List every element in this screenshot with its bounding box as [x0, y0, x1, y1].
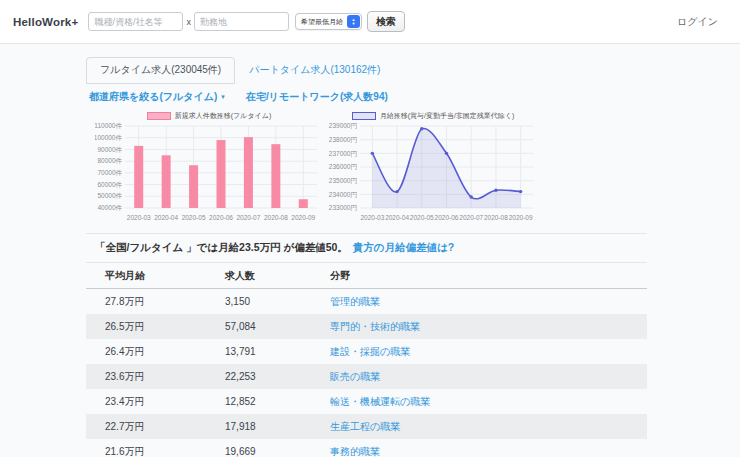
main-content: フルタイム求人(230045件) パートタイム求人(130162件) 都道府県を…: [86, 57, 647, 457]
line-legend-swatch-icon: [352, 112, 376, 120]
app-logo[interactable]: HelloWork+: [13, 16, 78, 28]
tab-parttime[interactable]: パートタイム求人(130162件): [249, 63, 380, 84]
job-count-cell: 13,791: [225, 346, 330, 357]
svg-text:2020-04: 2020-04: [385, 214, 409, 221]
category-cell: 専門的・技術的職業: [330, 320, 647, 334]
svg-text:2020-09: 2020-09: [509, 214, 533, 221]
table-header-cell: 求人数: [225, 269, 330, 283]
jobs-table: 平均月給求人数分野27.8万円3,150管理的職業26.5万円57,084専門的…: [86, 263, 647, 457]
svg-text:237000円: 237000円: [329, 150, 357, 157]
prefecture-filter-link[interactable]: 都道府県を絞る(フルタイム) ▼: [89, 90, 226, 104]
svg-text:40000件: 40000件: [97, 204, 122, 211]
svg-text:90000件: 90000件: [97, 146, 122, 153]
svg-text:2020-05: 2020-05: [410, 214, 434, 221]
category-cell: 生産工程の職業: [330, 420, 647, 434]
avg-salary-cell: 21.6万円: [86, 445, 225, 457]
location-input[interactable]: [194, 12, 289, 31]
job-count-cell: 57,084: [225, 321, 330, 332]
svg-text:60000件: 60000件: [97, 181, 122, 188]
job-count-cell: 22,253: [225, 371, 330, 382]
svg-text:2020-07: 2020-07: [236, 214, 260, 221]
svg-text:238000円: 238000円: [329, 136, 357, 143]
top-bar: HelloWork+ x 希望最低月給 ▲▼ 検索 ログイン: [0, 0, 740, 44]
line-chart-block: 月給推移(賞与/変動手当/非固定残業代除く) 233000円234000円235…: [326, 110, 540, 223]
job-count-cell: 19,669: [225, 446, 330, 457]
category-link[interactable]: 事務的職業: [330, 446, 380, 457]
svg-text:2020-04: 2020-04: [154, 214, 178, 221]
remote-filter-link[interactable]: 在宅/リモートワーク(求人数94): [246, 90, 388, 104]
deviation-text: 「全国/フルタイム 」では月給23.5万円 が偏差値50。: [95, 241, 348, 253]
tab-fulltime[interactable]: フルタイム求人(230045件): [86, 57, 235, 84]
line-chart-title: 月給推移(賞与/変動手当/非固定残業代除く): [380, 111, 515, 121]
avg-salary-cell: 23.6万円: [86, 370, 225, 384]
avg-salary-cell: 23.4万円: [86, 395, 225, 409]
bar-chart-title: 新規求人件数推移(フルタイム): [175, 111, 271, 121]
svg-text:239000円: 239000円: [329, 122, 357, 129]
category-link[interactable]: 専門的・技術的職業: [330, 321, 420, 332]
salary-trend-line-chart: 233000円234000円235000円236000円237000円23800…: [326, 121, 540, 223]
table-header-cell: 平均月給: [86, 269, 225, 283]
table-row: 26.4万円13,791建設・採掘の職業: [86, 339, 647, 364]
bar-chart-block: 新規求人件数推移(フルタイム) 40000件50000件60000件70000件…: [95, 110, 323, 223]
svg-text:235000円: 235000円: [329, 177, 357, 184]
table-row: 22.7万円17,918生産工程の職業: [86, 414, 647, 439]
svg-text:2020-07: 2020-07: [459, 214, 483, 221]
bar-chart-legend: 新規求人件数推移(フルタイム): [147, 110, 271, 121]
avg-salary-cell: 27.8万円: [86, 295, 225, 309]
svg-text:2020-06: 2020-06: [209, 214, 233, 221]
charts-row: 新規求人件数推移(フルタイム) 40000件50000件60000件70000件…: [95, 110, 647, 223]
min-salary-select[interactable]: 希望最低月給 ▲▼: [295, 13, 362, 30]
svg-text:100000件: 100000件: [95, 134, 122, 141]
category-cell: 販売の職業: [330, 370, 647, 384]
keyword-input[interactable]: [88, 12, 183, 31]
category-link[interactable]: 建設・採掘の職業: [330, 346, 410, 357]
job-type-tabs: フルタイム求人(230045件) パートタイム求人(130162件): [86, 57, 647, 84]
svg-text:2020-06: 2020-06: [435, 214, 459, 221]
table-row: 21.6万円19,669事務的職業: [86, 439, 647, 457]
login-link[interactable]: ログイン: [677, 15, 718, 29]
job-count-cell: 3,150: [225, 296, 330, 307]
avg-salary-cell: 22.7万円: [86, 420, 225, 434]
prefecture-filter-label: 都道府県を絞る(フルタイム): [89, 91, 217, 102]
min-salary-select-label: 希望最低月給: [301, 17, 343, 27]
filter-links: 都道府県を絞る(フルタイム) ▼ 在宅/リモートワーク(求人数94): [86, 90, 647, 104]
category-cell: 管理的職業: [330, 295, 647, 309]
svg-text:70000件: 70000件: [97, 169, 122, 176]
svg-text:234000円: 234000円: [329, 191, 357, 198]
input-separator: x: [186, 17, 191, 27]
job-count-cell: 17,918: [225, 421, 330, 432]
search-button[interactable]: 検索: [367, 11, 405, 32]
category-link[interactable]: 輸送・機械運転の職業: [330, 396, 430, 407]
table-row: 26.5万円57,084専門的・技術的職業: [86, 314, 647, 339]
category-cell: 輸送・機械運転の職業: [330, 395, 647, 409]
job-count-cell: 12,852: [225, 396, 330, 407]
svg-text:2020-08: 2020-08: [264, 214, 288, 221]
svg-text:2020-08: 2020-08: [484, 214, 508, 221]
table-header-cell: 分野: [330, 269, 647, 283]
caret-down-icon: ▼: [220, 94, 226, 100]
line-chart-legend: 月給推移(賞与/変動手当/非固定残業代除く): [352, 110, 515, 121]
bar-legend-swatch-icon: [147, 112, 171, 120]
table-row: 27.8万円3,150管理的職業: [86, 289, 647, 314]
avg-salary-cell: 26.4万円: [86, 345, 225, 359]
category-link[interactable]: 管理的職業: [330, 296, 380, 307]
deviation-link[interactable]: 貴方の月給偏差値は?: [353, 241, 454, 253]
table-row: 23.4万円12,852輸送・機械運転の職業: [86, 389, 647, 414]
deviation-sentence: 「全国/フルタイム 」では月給23.5万円 が偏差値50。貴方の月給偏差値は?: [86, 233, 647, 263]
svg-text:2020-05: 2020-05: [182, 214, 206, 221]
svg-text:110000件: 110000件: [95, 122, 122, 129]
svg-text:2020-09: 2020-09: [291, 214, 315, 221]
category-cell: 事務的職業: [330, 445, 647, 457]
svg-text:236000円: 236000円: [329, 163, 357, 170]
svg-text:50000件: 50000件: [97, 192, 122, 199]
category-link[interactable]: 生産工程の職業: [330, 421, 400, 432]
avg-salary-cell: 26.5万円: [86, 320, 225, 334]
select-stepper-icon: ▲▼: [347, 15, 360, 28]
svg-text:80000件: 80000件: [97, 157, 122, 164]
svg-text:2020-03: 2020-03: [360, 214, 384, 221]
category-cell: 建設・採掘の職業: [330, 345, 647, 359]
svg-text:2020-03: 2020-03: [127, 214, 151, 221]
table-header-row: 平均月給求人数分野: [86, 263, 647, 289]
new-jobs-bar-chart: 40000件50000件60000件70000件80000件90000件1000…: [95, 121, 323, 223]
category-link[interactable]: 販売の職業: [330, 371, 380, 382]
